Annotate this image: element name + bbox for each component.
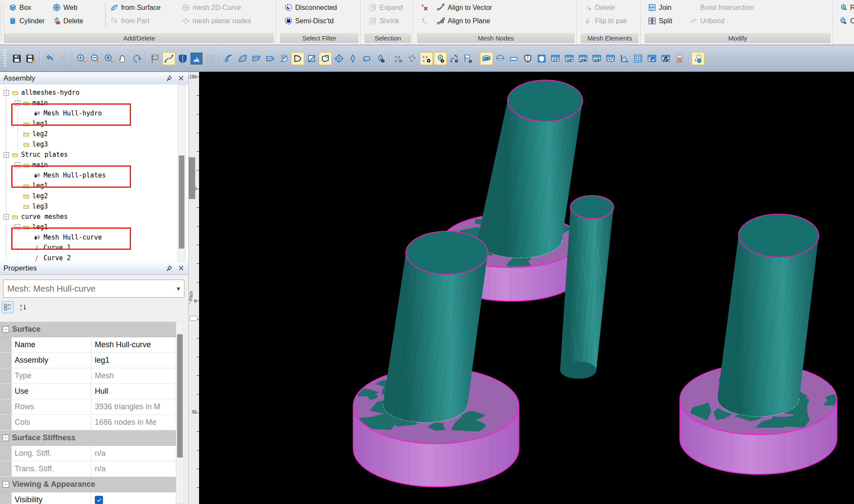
node-anchor-button[interactable] xyxy=(434,52,447,65)
web-button[interactable]: Web xyxy=(51,1,85,14)
graph-button[interactable] xyxy=(618,52,631,65)
node-delete-button[interactable] xyxy=(419,1,430,14)
tree-item-mesh-hull-hydro[interactable]: Mesh Hull-hydro xyxy=(26,108,102,118)
save-button[interactable] xyxy=(10,52,23,65)
pin-icon[interactable] xyxy=(164,74,174,83)
hull-plate-button[interactable] xyxy=(319,52,332,65)
property-value[interactable]: leg1 xyxy=(91,353,176,368)
tree-item-leg1[interactable]: leg1 xyxy=(15,180,48,191)
ship-view-button[interactable] xyxy=(190,52,203,65)
panel-list-button[interactable] xyxy=(480,52,493,65)
tree-item-leg3[interactable]: leg3 xyxy=(15,139,48,149)
hull-surface-button[interactable] xyxy=(291,52,304,65)
alphabetical-sort-button[interactable]: AZ xyxy=(17,301,29,313)
hull-patch-button[interactable] xyxy=(360,52,373,65)
zoom-in-button[interactable] xyxy=(75,52,88,65)
categorized-view-button[interactable]: ++ xyxy=(2,301,14,313)
panel-shield-button[interactable] xyxy=(521,52,534,65)
table-delete-button[interactable]: xx x xyxy=(549,52,562,65)
node-path-button[interactable] xyxy=(448,52,461,65)
box-transfer-button[interactable] xyxy=(692,52,704,65)
tree-item-leg1[interactable]: −leg1 xyxy=(15,222,48,232)
from-surface-button[interactable]: from Surface xyxy=(109,1,162,14)
visibility-checkbox[interactable] xyxy=(95,496,103,504)
assembly-tree-scrollbar[interactable] xyxy=(178,84,186,261)
assembly-tree-scroll-thumb[interactable] xyxy=(179,156,184,249)
table-wave-button[interactable] xyxy=(590,52,603,65)
pitch-slider-thumb[interactable] xyxy=(190,316,197,321)
tree-item-main[interactable]: −main xyxy=(15,98,48,108)
node-flags-button[interactable] xyxy=(461,52,474,65)
pin-icon[interactable] xyxy=(164,264,174,273)
table-sign-button[interactable] xyxy=(659,52,672,65)
zoom-out-button[interactable] xyxy=(89,52,102,65)
hull-waterlines-button[interactable] xyxy=(250,52,263,65)
viewport-3d[interactable] xyxy=(199,72,854,504)
table-check-button[interactable] xyxy=(645,52,658,65)
collapse-icon[interactable]: − xyxy=(3,326,9,333)
tree-item-leg2[interactable]: leg2 xyxy=(15,191,48,201)
tree-expander-icon[interactable]: − xyxy=(15,224,20,230)
hull-sections-button[interactable] xyxy=(236,52,249,65)
nodes-off-button[interactable]: x xx xyxy=(393,52,405,65)
toolbar-grip[interactable] xyxy=(3,50,6,67)
splitter-handle[interactable] xyxy=(189,157,195,199)
delete-button[interactable]: Delete xyxy=(51,14,85,28)
collapse-icon[interactable]: − xyxy=(3,435,9,441)
table-grid-button[interactable] xyxy=(632,52,645,65)
tree-item-struc-plates[interactable]: −Struc plates xyxy=(3,149,68,160)
close-icon[interactable] xyxy=(176,74,186,83)
split-button[interactable]: Split xyxy=(646,14,674,28)
align-to-vector-button[interactable]: Align to Vector xyxy=(435,1,494,14)
hull-quad-button[interactable] xyxy=(333,52,346,65)
pan-button[interactable] xyxy=(116,52,129,65)
semi-disctd-button[interactable]: Semi-Disc'td xyxy=(283,14,339,28)
table-parts-button[interactable] xyxy=(604,52,617,65)
table-curve-button[interactable] xyxy=(563,52,576,65)
hull-normals-button[interactable] xyxy=(277,52,290,65)
zoom-extents-button[interactable] xyxy=(103,52,115,65)
tree-item-main[interactable]: −main xyxy=(15,160,48,170)
join-button[interactable]: Join xyxy=(646,1,674,14)
undo-button[interactable] xyxy=(43,52,56,65)
align-to-plane-button[interactable]: Align to Plane xyxy=(435,14,494,28)
clean-button[interactable]: Cl xyxy=(838,14,854,28)
hull-half-button[interactable] xyxy=(305,52,318,65)
nodes-all-button[interactable]: x xx xyxy=(420,52,433,65)
property-value[interactable]: Mesh Hull-curve xyxy=(91,337,176,352)
panel-shield-box-button[interactable] xyxy=(535,52,548,65)
tree-item-mesh-hull-plates[interactable]: Mesh Hull-plates xyxy=(26,170,106,180)
panel-plan-button[interactable] xyxy=(508,52,521,65)
tree-item-curve-1[interactable]: Curve 1 xyxy=(26,243,71,253)
tree-item-mesh-hull-curve[interactable]: Mesh Hull-curve xyxy=(26,232,102,243)
disconnected-button[interactable]: Disconnected xyxy=(283,1,339,14)
hull-profile-button[interactable] xyxy=(264,52,277,65)
panel-profile-button[interactable] xyxy=(494,52,507,65)
hull-flat-button[interactable] xyxy=(346,52,359,65)
box-button[interactable]: Box xyxy=(7,1,47,14)
save-as-button[interactable] xyxy=(24,52,37,65)
hull-bow-lines-button[interactable] xyxy=(222,52,235,65)
collapse-icon[interactable]: − xyxy=(3,481,9,488)
properties-scroll-thumb[interactable] xyxy=(177,334,183,457)
repair-button[interactable]: R xyxy=(838,1,854,14)
tree-item-leg2[interactable]: leg2 xyxy=(15,129,48,139)
close-icon[interactable] xyxy=(176,264,186,273)
tree-item-curve-2[interactable]: Curve 2 xyxy=(26,253,71,261)
table-points-button[interactable] xyxy=(577,52,589,65)
tree-item-leg1[interactable]: leg1 xyxy=(15,118,48,129)
show-curves-button[interactable] xyxy=(162,52,175,65)
calculator-button[interactable] xyxy=(673,52,686,65)
show-shield-button[interactable] xyxy=(176,52,189,65)
nodes-sparse-button[interactable]: xxxx xyxy=(406,52,419,65)
properties-scrollbar[interactable] xyxy=(176,322,184,504)
properties-object-selector[interactable]: Mesh: Mesh Hull-curve ▼ xyxy=(3,280,184,298)
tree-item-leg3[interactable]: leg3 xyxy=(15,201,48,212)
tree-item-allmeshes-hydro[interactable]: −allmeshes-hydro xyxy=(3,87,79,98)
property-value[interactable]: Hull xyxy=(91,384,176,399)
rotate-view-button[interactable] xyxy=(130,52,143,65)
property-value[interactable] xyxy=(91,492,176,504)
node-colors-button[interactable] xyxy=(374,52,387,65)
tree-item-curve-meshes[interactable]: −curve meshes xyxy=(3,212,68,222)
tree-expander-icon[interactable]: − xyxy=(15,162,20,168)
